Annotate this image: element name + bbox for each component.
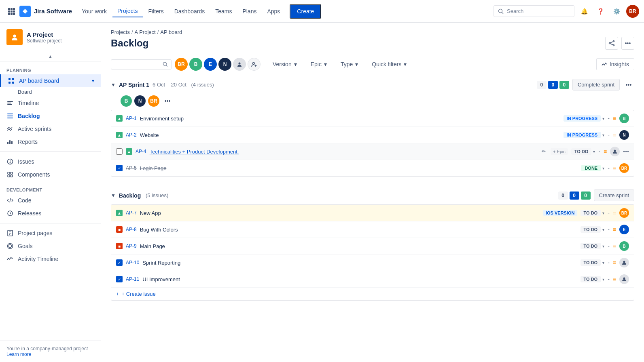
more-options-icon[interactable]: ••• <box>621 37 634 50</box>
avatar[interactable]: BR <box>619 163 629 173</box>
create-button[interactable]: Create <box>290 4 321 19</box>
create-sprint-button[interactable]: Create sprint <box>594 189 634 201</box>
breadcrumb-projects[interactable]: Projects <box>111 29 130 35</box>
table-row[interactable]: ✓ AP-11 UI Improvement TO DO ▾ - ≡ <box>111 271 634 288</box>
avatar-anon[interactable] <box>233 58 246 71</box>
issue-more-button[interactable]: ••• <box>623 148 629 155</box>
avatar-b[interactable]: B <box>189 58 202 71</box>
status-badge[interactable]: TO DO <box>580 210 601 216</box>
issue-search-input[interactable] <box>114 61 163 67</box>
avatar[interactable]: BR <box>619 208 629 218</box>
issue-key[interactable]: AP-2 <box>126 132 137 138</box>
avatar-anon[interactable] <box>619 274 629 284</box>
app-logo[interactable]: Jira Software <box>19 6 72 17</box>
help-icon[interactable]: ❓ <box>594 5 607 18</box>
sidebar-item-project-pages[interactable]: Project pages <box>0 227 101 240</box>
backlog-toggle[interactable]: ▼ <box>111 193 116 198</box>
sprint-toggle[interactable]: ▼ <box>111 82 116 88</box>
sprint-avatar-n[interactable]: N <box>134 95 146 107</box>
avatar[interactable]: B <box>619 114 629 123</box>
complete-sprint-button[interactable]: Complete sprint <box>572 79 620 90</box>
insights-button[interactable]: Insights <box>596 58 634 70</box>
breadcrumb-a-project[interactable]: A Project <box>135 29 156 35</box>
issue-key[interactable]: AP-10 <box>126 260 139 265</box>
create-issue-button[interactable]: + + Create issue <box>111 288 634 300</box>
share-icon[interactable] <box>605 37 618 50</box>
avatar-anon[interactable] <box>619 258 629 267</box>
issue-key[interactable]: AP-11 <box>126 276 139 282</box>
table-row[interactable]: ▲ AP-1 Environment setup IN PROGRESS ▾ -… <box>111 110 634 127</box>
sidebar-item-backlog[interactable]: Backlog <box>0 109 101 122</box>
table-row[interactable]: ▲ AP-7 New App IOS VERSION TO DO ▾ - ≡ B… <box>111 205 634 221</box>
search-box[interactable]: Search <box>494 5 574 17</box>
issue-status[interactable]: IN PROGRESS ▾ <box>564 132 604 138</box>
table-row[interactable]: ▲ AP-4 Technicalities + Product Developm… <box>111 143 634 160</box>
status-badge[interactable]: DONE <box>581 165 601 171</box>
nav-plans[interactable]: Plans <box>237 6 261 17</box>
sidebar-item-ap-board[interactable]: AP board Board ▾ <box>0 74 101 87</box>
status-badge[interactable]: TO DO <box>580 243 601 249</box>
project-header[interactable]: A Project Software project <box>0 23 101 52</box>
sprint-avatar-br[interactable]: BR <box>148 95 159 107</box>
quick-filters-filter[interactable]: Quick filters ▾ <box>366 58 412 70</box>
nav-your-work[interactable]: Your work <box>77 6 112 17</box>
issue-status[interactable]: TO DO ▾ <box>580 226 605 233</box>
status-badge[interactable]: TO DO <box>580 259 601 266</box>
epic-add-button[interactable]: + Epic <box>551 148 568 155</box>
nav-dashboards[interactable]: Dashboards <box>169 6 210 17</box>
issue-status[interactable]: TO DO ▾ <box>571 148 595 155</box>
sidebar-item-issues[interactable]: Issues <box>0 155 101 168</box>
issue-status[interactable]: TO DO ▾ <box>580 243 605 249</box>
version-filter[interactable]: Version ▾ <box>267 58 302 70</box>
issue-key[interactable]: AP-5 <box>126 165 137 171</box>
avatar-e[interactable]: E <box>204 58 217 71</box>
breadcrumb-ap-board[interactable]: AP board <box>160 29 182 35</box>
issue-checkbox[interactable] <box>116 148 123 155</box>
sidebar-item-code[interactable]: Code <box>0 194 101 207</box>
issue-status[interactable]: DONE ▾ <box>581 165 604 171</box>
issue-key[interactable]: AP-7 <box>126 210 137 216</box>
sidebar-item-goals[interactable]: Goals <box>0 240 101 253</box>
nav-apps[interactable]: Apps <box>262 6 285 17</box>
status-badge[interactable]: TO DO <box>571 148 592 155</box>
user-avatar[interactable]: BR <box>626 5 639 18</box>
table-row[interactable]: ✓ AP-10 Sprint Reporting TO DO ▾ - ≡ <box>111 255 634 271</box>
issue-status[interactable]: IN PROGRESS ▾ <box>564 115 604 122</box>
issue-key[interactable]: AP-8 <box>126 227 137 232</box>
issue-key[interactable]: AP-4 <box>136 149 146 154</box>
type-filter[interactable]: Type ▾ <box>335 58 363 70</box>
sidebar-item-releases[interactable]: Releases <box>0 207 101 220</box>
avatar[interactable]: E <box>619 225 629 234</box>
table-row[interactable]: ▲ AP-2 Website IN PROGRESS ▾ - ≡ N <box>111 127 634 143</box>
notifications-icon[interactable]: 🔔 <box>578 5 591 18</box>
issue-status[interactable]: TO DO ▾ <box>580 259 605 266</box>
table-row[interactable]: ✓ AP-5 Login Page DONE ▾ - ≡ BR <box>111 160 634 176</box>
sprint-avatar-b[interactable]: B <box>121 95 132 107</box>
sprint-assignees-more[interactable]: ••• <box>162 95 173 107</box>
sprint-more-button[interactable]: ••• <box>623 79 634 90</box>
epic-filter[interactable]: Epic ▾ <box>305 58 332 70</box>
settings-icon[interactable]: ⚙️ <box>610 5 623 18</box>
status-badge[interactable]: TO DO <box>580 226 601 233</box>
sidebar-item-timeline[interactable]: Timeline <box>0 97 101 109</box>
sidebar-item-reports[interactable]: Reports <box>0 135 101 148</box>
add-assignee-icon[interactable] <box>248 58 261 71</box>
issue-search[interactable] <box>111 59 172 69</box>
issue-key[interactable]: AP-1 <box>126 116 137 121</box>
nav-teams[interactable]: Teams <box>210 6 237 17</box>
grid-menu-icon[interactable] <box>5 5 18 18</box>
status-badge[interactable]: IN PROGRESS <box>564 132 601 138</box>
issue-status[interactable]: TO DO ▾ <box>580 210 605 216</box>
table-row[interactable]: ■ AP-8 Bug With Colors TO DO ▾ - ≡ E <box>111 221 634 238</box>
table-row[interactable]: ■ AP-9 Main Page TO DO ▾ - ≡ B <box>111 238 634 255</box>
avatar[interactable]: N <box>619 130 629 140</box>
avatar-anon[interactable] <box>610 147 620 156</box>
sidebar-item-active-sprints[interactable]: Active sprints <box>0 122 101 135</box>
nav-filters[interactable]: Filters <box>144 6 169 17</box>
avatar-n[interactable]: N <box>218 58 231 71</box>
status-badge[interactable]: IN PROGRESS <box>564 115 601 122</box>
sidebar-item-activity-timeline[interactable]: Activity Timeline <box>0 253 101 265</box>
issue-key[interactable]: AP-9 <box>126 243 137 249</box>
sidebar-item-board-sub[interactable]: Board <box>0 87 101 97</box>
avatar-br[interactable]: BR <box>175 58 188 71</box>
